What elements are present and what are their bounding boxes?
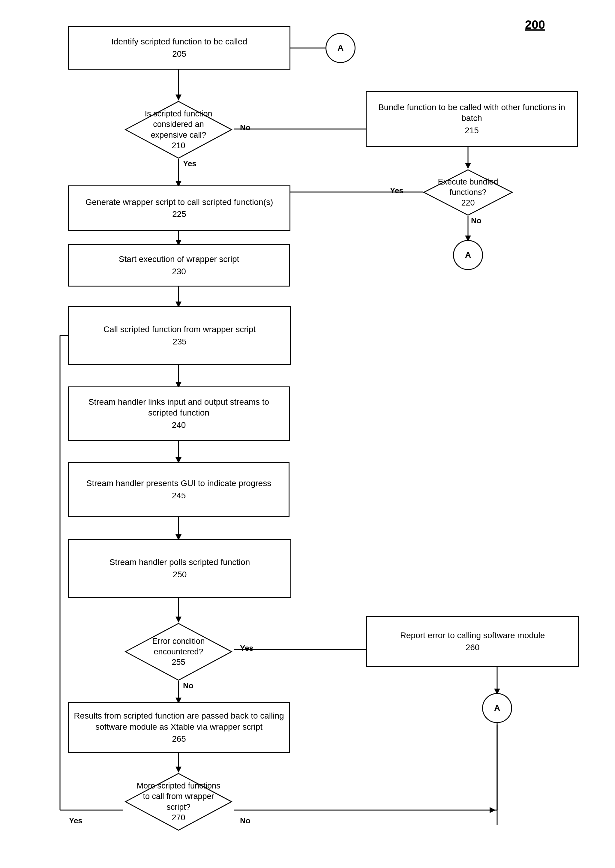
diamond-210-num: 210 (172, 141, 185, 150)
svg-marker-15 (175, 617, 181, 623)
box-225-num: 225 (172, 209, 186, 220)
diamond-220: Execute bundled functions? 220 (423, 169, 513, 216)
box-260: Report error to calling software module … (366, 616, 579, 667)
box-205: Identify scripted function to be called … (68, 26, 290, 70)
circle-a-right-top: A (453, 240, 483, 270)
box-230-num: 230 (172, 266, 186, 277)
circle-a-right-bottom: A (482, 693, 512, 723)
box-250-label: Stream handler polls scripted function (109, 557, 250, 568)
svg-marker-1 (175, 95, 181, 100)
diamond-210-label: Is scripted function considered an expen… (145, 109, 212, 139)
diamond-255: Error condition encountered? 255 (125, 623, 233, 681)
box-260-label: Report error to calling software module (400, 630, 545, 641)
box-230-label: Start execution of wrapper script (119, 254, 239, 265)
box-240-label: Stream handler links input and output st… (73, 397, 284, 418)
label-no-255: No (183, 681, 194, 690)
box-245-label: Stream handler presents GUI to indicate … (86, 478, 271, 489)
page-label: 200 (525, 18, 545, 31)
box-205-num: 205 (172, 48, 186, 59)
svg-marker-36 (490, 807, 496, 813)
diamond-270-num: 270 (172, 813, 185, 822)
label-yes-210: Yes (183, 159, 197, 168)
diamond-220-num: 220 (461, 198, 475, 207)
diamond-255-num: 255 (172, 658, 185, 667)
box-245: Stream handler presents GUI to indicate … (68, 462, 289, 517)
diamond-210: Is scripted function considered an expen… (125, 100, 233, 159)
box-265-label: Results from scripted function are passe… (73, 710, 285, 732)
diamond-270: More scripted functions to call from wra… (125, 773, 233, 831)
label-yes-220: Yes (390, 186, 404, 195)
box-250: Stream handler polls scripted function 2… (68, 539, 291, 598)
box-260-num: 260 (465, 642, 480, 653)
box-265-num: 265 (172, 734, 186, 745)
box-235-num: 235 (173, 336, 187, 347)
diamond-270-label: More scripted functions to call from wra… (136, 781, 220, 811)
box-225-label: Generate wrapper script to call scripted… (86, 197, 273, 208)
label-no-210: No (240, 123, 250, 132)
box-235-label: Call scripted function from wrapper scri… (103, 324, 256, 335)
box-240-num: 240 (172, 420, 186, 431)
svg-marker-21 (465, 163, 471, 169)
box-205-label: Identify scripted function to be called (111, 36, 247, 47)
box-235: Call scripted function from wrapper scri… (68, 306, 291, 365)
box-245-num: 245 (172, 490, 186, 501)
diamond-255-label: Error condition encountered? (152, 637, 205, 656)
circle-a-top: A (326, 33, 356, 63)
label-yes-270: Yes (69, 816, 83, 825)
box-215-label: Bundle function to be called with other … (371, 102, 573, 124)
svg-marker-19 (175, 767, 181, 773)
label-yes-255: Yes (240, 643, 253, 653)
label-no-270: No (240, 816, 250, 825)
box-240: Stream handler links input and output st… (68, 386, 290, 441)
box-215-num: 215 (465, 125, 479, 136)
box-225: Generate wrapper script to call scripted… (68, 186, 290, 231)
box-265: Results from scripted function are passe… (68, 702, 290, 753)
label-no-220: No (471, 216, 481, 225)
box-215: Bundle function to be called with other … (366, 91, 578, 147)
box-250-num: 250 (173, 569, 187, 580)
diamond-220-label: Execute bundled functions? (438, 177, 498, 197)
box-230: Start execution of wrapper script 230 (68, 244, 290, 287)
